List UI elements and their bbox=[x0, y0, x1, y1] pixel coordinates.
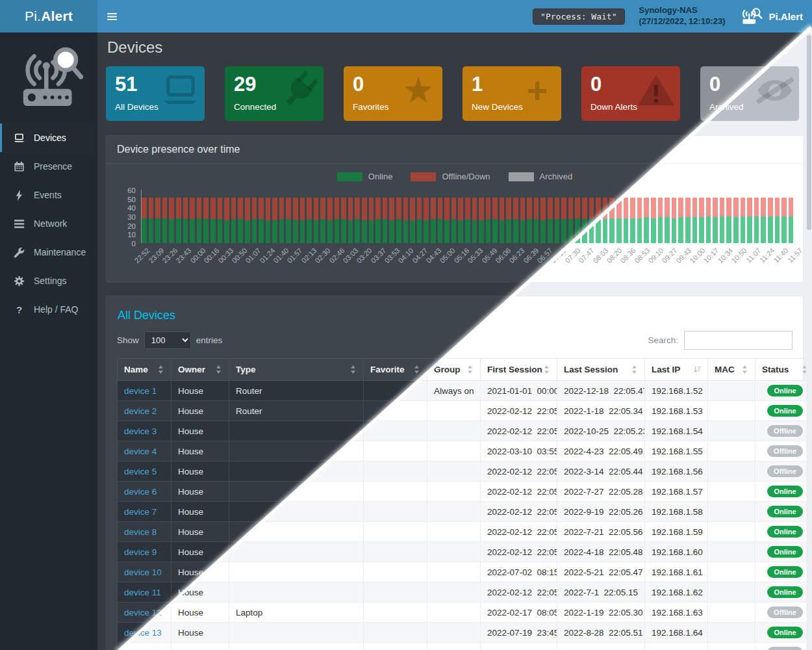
sort-icon bbox=[215, 365, 222, 374]
status-badge: Offline bbox=[767, 445, 803, 457]
sidebar-item-events[interactable]: Events bbox=[0, 181, 97, 209]
vertical-scrollbar[interactable] bbox=[806, 32, 812, 650]
column-header-favorite[interactable]: Favorite bbox=[364, 359, 427, 381]
column-header-type[interactable]: Type bbox=[229, 359, 364, 381]
column-header-last-ip[interactable]: Last IP bbox=[645, 359, 708, 381]
legend-swatch-online bbox=[337, 172, 362, 181]
stacked-bar bbox=[218, 198, 223, 243]
stacked-bar bbox=[142, 198, 147, 243]
sidebar-item-settings[interactable]: Settings bbox=[0, 266, 97, 295]
table-row[interactable]: device 10House2022-07-02 08:152022-5-21 … bbox=[118, 562, 812, 582]
stacked-bar bbox=[568, 198, 574, 243]
table-row[interactable]: device 7House2022-02-12 22:052022-9-19 2… bbox=[118, 502, 812, 522]
device-link[interactable]: device 1 bbox=[124, 386, 157, 396]
stacked-bar bbox=[534, 198, 539, 243]
sidebar-item-network[interactable]: Network bbox=[0, 209, 97, 238]
cards-row: 51 All Devices 29 Connected 0 Favorites … bbox=[106, 66, 804, 121]
sidebar-item-presence[interactable]: Presence bbox=[0, 152, 97, 181]
y-tick: 50 bbox=[127, 196, 136, 203]
table-row[interactable]: device 3House2022-02-12 22:052022-10-25 … bbox=[118, 421, 812, 441]
table-row[interactable]: device 11House2022-02-12 22:052022-7-1 2… bbox=[118, 582, 812, 603]
y-tick: 30 bbox=[127, 213, 136, 221]
table-row[interactable]: device 2HouseRouter2022-02-12 22:052022-… bbox=[118, 401, 812, 421]
stacked-bar bbox=[224, 198, 229, 243]
stacked-bar bbox=[162, 198, 168, 243]
table-row[interactable]: device 6House2022-02-12 22:052022-7-27 2… bbox=[118, 482, 812, 502]
stacked-bar bbox=[197, 198, 202, 243]
stacked-bar bbox=[492, 198, 498, 243]
table-row[interactable]: device 12HouseLaptop2022-02-17 08:052022… bbox=[118, 603, 812, 623]
table-row[interactable]: device 13House2022-07-19 23:452022-8-28 … bbox=[118, 623, 812, 643]
nas-info: Synology-NAS (27/12/2022, 12:10:23) bbox=[639, 5, 726, 27]
column-header-last-session[interactable]: Last Session bbox=[557, 359, 645, 381]
status-badge: Online bbox=[767, 586, 802, 598]
search-input[interactable] bbox=[684, 331, 793, 350]
table-row[interactable]: device 5House2022-02-12 22:052022-3-14 2… bbox=[118, 462, 812, 482]
stacked-bar bbox=[741, 198, 746, 243]
device-link[interactable]: device 5 bbox=[124, 467, 157, 476]
stacked-bar bbox=[320, 198, 325, 243]
device-link[interactable]: device 9 bbox=[124, 547, 157, 557]
device-link[interactable]: device 10 bbox=[124, 567, 162, 577]
stacked-bar bbox=[424, 198, 429, 243]
device-link[interactable]: device 7 bbox=[124, 507, 157, 517]
stacked-bar bbox=[706, 198, 711, 243]
card-connected[interactable]: 29 Connected bbox=[225, 66, 324, 121]
brand-label: Pi.Alert bbox=[768, 11, 803, 22]
legend-archived[interactable]: Archived bbox=[509, 172, 573, 181]
nas-datetime: (27/12/2022, 12:10:23) bbox=[639, 16, 726, 27]
column-header-first-session[interactable]: First Session bbox=[481, 359, 557, 381]
stacked-bar bbox=[231, 198, 236, 243]
stacked-bar bbox=[479, 198, 484, 243]
sidebar-item-maintenance[interactable]: Maintenance bbox=[0, 238, 97, 266]
y-tick: 0 bbox=[132, 240, 136, 248]
column-header-owner[interactable]: Owner bbox=[171, 359, 229, 381]
stacked-bar bbox=[548, 198, 553, 243]
status-badge: Online bbox=[767, 546, 802, 558]
device-link[interactable]: device 6 bbox=[124, 487, 157, 497]
card-favorites[interactable]: 0 Favorites ★ bbox=[344, 66, 442, 121]
app-logo[interactable]: Pi.Alert bbox=[0, 0, 97, 32]
sidebar-item-devices[interactable]: Devices bbox=[0, 124, 97, 152]
status-badge: Online bbox=[767, 506, 802, 517]
sidebar-item-help-faq[interactable]: ?Help / FAQ bbox=[0, 295, 97, 324]
column-header-mac[interactable]: MAC bbox=[708, 359, 755, 381]
process-status-badge: "Process: Wait" bbox=[533, 8, 624, 25]
device-link[interactable]: device 14 bbox=[124, 648, 162, 650]
stacked-bar bbox=[396, 198, 401, 243]
legend-offline-down[interactable]: Offline/Down bbox=[411, 172, 490, 181]
stacked-bar bbox=[540, 198, 546, 243]
router-scan-icon bbox=[739, 7, 763, 25]
device-link[interactable]: device 2 bbox=[124, 406, 157, 416]
legend-online[interactable]: Online bbox=[337, 172, 393, 181]
table-row[interactable]: device 8House2022-02-12 22:052022-7-21 2… bbox=[118, 522, 812, 542]
card-all-devices[interactable]: 51 All Devices bbox=[106, 66, 205, 121]
device-link[interactable]: device 4 bbox=[124, 447, 157, 456]
status-badge: Offline bbox=[767, 606, 803, 618]
stacked-bar bbox=[417, 198, 422, 243]
table-row[interactable]: device 4House2022-03-10 03:552022-4-23 2… bbox=[118, 441, 812, 462]
card-new-devices[interactable]: 1 New Devices + bbox=[463, 66, 561, 121]
device-link[interactable]: device 3 bbox=[124, 426, 157, 436]
column-header-name[interactable]: Name bbox=[118, 359, 171, 381]
table-body: device 1HouseRouterAlways on2021-01-01 0… bbox=[118, 381, 812, 650]
device-link[interactable]: device 8 bbox=[124, 527, 157, 537]
column-header-status[interactable]: Status bbox=[755, 359, 812, 381]
scrollbar-thumb[interactable] bbox=[807, 35, 811, 230]
logo-alert: Alert bbox=[41, 8, 73, 24]
stacked-bar bbox=[678, 198, 683, 243]
chart-legend: OnlineOffline/DownArchived bbox=[116, 172, 793, 181]
device-link[interactable]: device 11 bbox=[124, 588, 161, 597]
hamburger-menu-icon[interactable] bbox=[97, 0, 126, 32]
card-down-alerts[interactable]: 0 Down Alerts bbox=[581, 66, 680, 121]
brand-link[interactable]: Pi.Alert bbox=[739, 7, 803, 25]
stacked-bar bbox=[603, 198, 608, 243]
entries-select[interactable]: 100 bbox=[144, 332, 191, 349]
top-bar: Pi.Alert "Process: Wait" Synology-NAS (2… bbox=[0, 0, 812, 32]
table-row[interactable]: device 14House2022-02-12 22:052022-11-22… bbox=[118, 643, 812, 650]
table-head-row: Name Owner Type Favorite Group First Ses… bbox=[118, 359, 812, 381]
stacked-bar bbox=[431, 198, 436, 243]
table-row[interactable]: device 1HouseRouterAlways on2021-01-01 0… bbox=[118, 381, 812, 401]
stacked-bar bbox=[451, 198, 457, 243]
stacked-bar bbox=[383, 198, 388, 243]
